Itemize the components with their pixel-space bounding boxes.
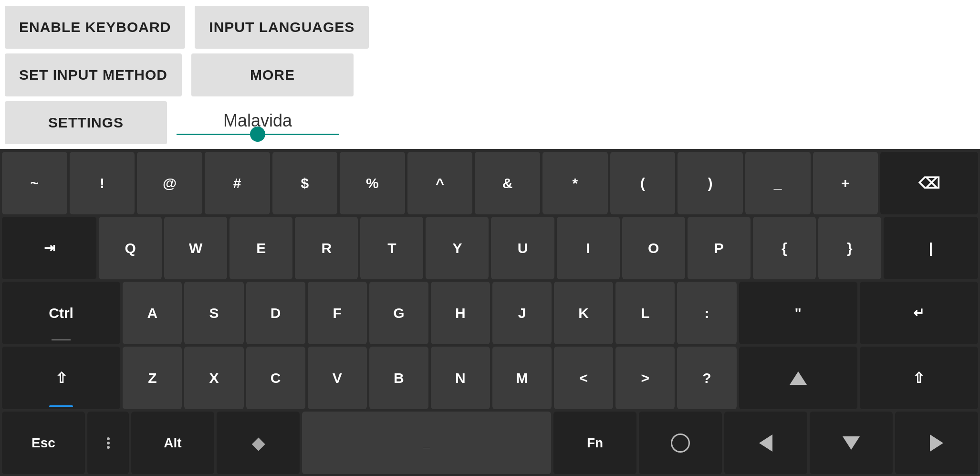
key-p[interactable]: P [688, 217, 751, 279]
key-o[interactable]: O [622, 217, 685, 279]
key-y[interactable]: Y [426, 217, 489, 279]
key-dollar[interactable]: $ [272, 152, 338, 214]
set-input-method-button[interactable]: SET INPUT METHOD [5, 53, 182, 96]
enable-keyboard-button[interactable]: ENABLE KEYBOARD [5, 6, 185, 49]
key-asterisk[interactable]: * [542, 152, 608, 214]
key-gt[interactable]: > [615, 347, 675, 409]
menu-area: ENABLE KEYBOARD INPUT LANGUAGES SET INPU… [0, 0, 980, 149]
key-quote[interactable]: " [739, 282, 857, 344]
key-settings[interactable] [87, 412, 129, 474]
key-hash[interactable]: # [205, 152, 270, 214]
key-lt[interactable]: < [554, 347, 613, 409]
more-button[interactable]: MORE [191, 53, 354, 96]
key-d[interactable]: D [246, 282, 305, 344]
key-enter[interactable]: ↵ [860, 282, 978, 344]
key-f[interactable]: F [308, 282, 367, 344]
key-fn[interactable]: Fn [553, 412, 636, 474]
key-n[interactable]: N [431, 347, 490, 409]
key-backspace[interactable]: ⌫ [880, 152, 978, 214]
key-ctrl[interactable]: Ctrl [2, 282, 120, 344]
key-exclaim[interactable]: ! [70, 152, 135, 214]
cursor-dot [250, 127, 265, 142]
settings-button[interactable]: SETTINGS [5, 101, 167, 144]
settings-icon [107, 437, 110, 449]
key-tilde[interactable]: ~ [2, 152, 67, 214]
keyboard-row-bottom: Esc Alt ◆ _ Fn [2, 412, 978, 474]
key-l[interactable]: L [615, 282, 675, 344]
keyboard-row-asdf: Ctrl A S D F G H J K L : " ↵ [2, 282, 978, 344]
keyboard-row-zxcv: ⇧ Z X C V B N M < > ? ⇧ [2, 347, 978, 409]
key-home[interactable] [639, 412, 722, 474]
nav-right-icon [930, 434, 943, 452]
key-rparen[interactable]: ) [678, 152, 743, 214]
key-underscore[interactable]: _ [745, 152, 811, 214]
key-j[interactable]: J [492, 282, 552, 344]
key-s[interactable]: S [184, 282, 243, 344]
key-caret[interactable]: ^ [407, 152, 473, 214]
key-nav-right[interactable] [895, 412, 978, 474]
key-h[interactable]: H [431, 282, 490, 344]
key-diamond[interactable]: ◆ [217, 412, 300, 474]
key-esc[interactable]: Esc [2, 412, 85, 474]
key-v[interactable]: V [308, 347, 367, 409]
key-alt[interactable]: Alt [131, 412, 214, 474]
key-tab[interactable]: ⇥ [2, 217, 96, 279]
key-nav-up[interactable] [739, 347, 857, 409]
key-k[interactable]: K [554, 282, 613, 344]
key-u[interactable]: U [491, 217, 554, 279]
key-q[interactable]: Q [99, 217, 162, 279]
key-t[interactable]: T [360, 217, 423, 279]
keyboard: ~ ! @ # $ % ^ & * ( ) _ + ⌫ ⇥ Q W E R T … [0, 149, 980, 476]
keyboard-row-symbols: ~ ! @ # $ % ^ & * ( ) _ + ⌫ [2, 152, 978, 214]
key-plus[interactable]: + [813, 152, 878, 214]
key-e[interactable]: E [229, 217, 292, 279]
key-c[interactable]: C [246, 347, 305, 409]
keyboard-row-qwerty: ⇥ Q W E R T Y U I O P { } | [2, 217, 978, 279]
menu-row-2: SET INPUT METHOD MORE [0, 53, 980, 96]
malavida-active-item: Malavida [177, 101, 339, 144]
key-percent[interactable]: % [340, 152, 405, 214]
key-pipe[interactable]: | [884, 217, 978, 279]
key-b[interactable]: B [369, 347, 428, 409]
key-i[interactable]: I [557, 217, 620, 279]
nav-down-icon [843, 436, 860, 450]
home-circle-icon [671, 434, 690, 453]
key-rbrace[interactable]: } [818, 217, 881, 279]
key-shift-left[interactable]: ⇧ [2, 347, 120, 409]
menu-row-3: SETTINGS Malavida [0, 101, 980, 144]
active-underline [177, 134, 339, 135]
menu-row-1: ENABLE KEYBOARD INPUT LANGUAGES [0, 6, 980, 49]
key-ampersand[interactable]: & [475, 152, 540, 214]
nav-left-icon [759, 434, 772, 452]
key-w[interactable]: W [164, 217, 227, 279]
key-lparen[interactable]: ( [610, 152, 676, 214]
key-shift-right[interactable]: ⇧ [860, 347, 978, 409]
key-g[interactable]: G [369, 282, 428, 344]
key-z[interactable]: Z [123, 347, 182, 409]
key-at[interactable]: @ [137, 152, 202, 214]
key-r[interactable]: R [295, 217, 358, 279]
key-x[interactable]: X [184, 347, 243, 409]
key-nav-down[interactable] [810, 412, 893, 474]
key-lbrace[interactable]: { [753, 217, 816, 279]
key-a[interactable]: A [123, 282, 182, 344]
key-nav-left[interactable] [724, 412, 807, 474]
key-m[interactable]: M [492, 347, 552, 409]
input-languages-button[interactable]: INPUT LANGUAGES [195, 6, 369, 49]
key-colon[interactable]: : [677, 282, 736, 344]
key-question[interactable]: ? [677, 347, 736, 409]
key-space[interactable]: _ [302, 412, 551, 474]
